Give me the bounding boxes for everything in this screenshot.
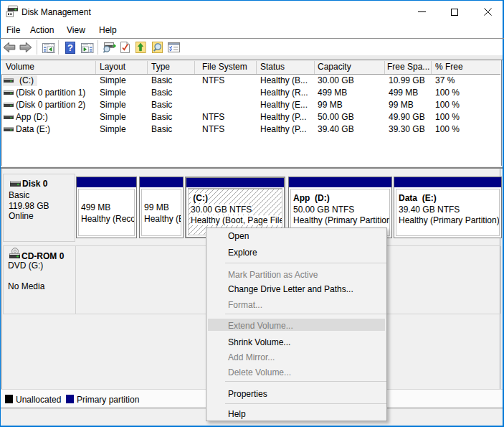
- svg-text:?: ?: [67, 42, 73, 53]
